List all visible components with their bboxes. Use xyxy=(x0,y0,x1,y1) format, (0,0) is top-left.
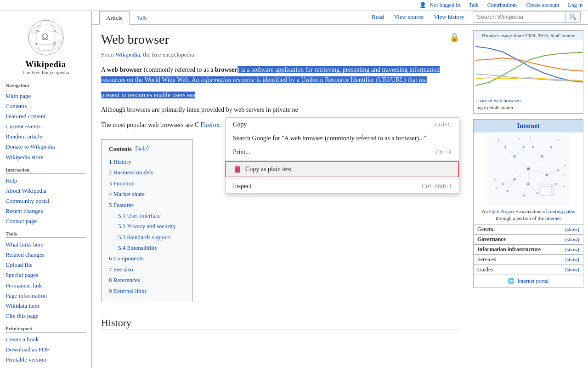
tab-read[interactable]: Read xyxy=(367,12,389,23)
toc-link-extensibility[interactable]: 5.4 Extensibility xyxy=(118,244,158,251)
logo-subtitle: The Free Encyclopedia xyxy=(6,69,86,75)
toc-link-ui[interactable]: 5.1 User interface xyxy=(118,212,161,219)
routing-link[interactable]: routing paths xyxy=(548,208,575,214)
svg-point-46 xyxy=(527,183,530,185)
toc-link-business[interactable]: 2 Business models xyxy=(109,169,153,176)
article-header: Web browser 🔒 xyxy=(101,32,459,51)
context-menu-print[interactable]: Print... Ctrl+P xyxy=(226,145,459,159)
talk-link[interactable]: Talk xyxy=(469,2,479,9)
log-in-link[interactable]: Log in xyxy=(568,2,582,9)
svg-point-44 xyxy=(546,174,548,176)
sidebar-item-recent-changes[interactable]: Recent changes xyxy=(6,206,86,216)
governance-show-link[interactable]: [show] xyxy=(565,236,579,242)
context-menu-search-google[interactable]: Search Google for "A web browser (common… xyxy=(226,132,459,145)
print-section-title: Print/export xyxy=(6,326,86,333)
info-infra-show-link[interactable]: [show] xyxy=(565,247,579,252)
sidebar-item-featured-content[interactable]: Featured content xyxy=(6,111,86,121)
services-show-link[interactable]: [show] xyxy=(565,257,579,262)
svg-text:и: и xyxy=(34,41,37,46)
para-2: Although browsers are primarily inten pr… xyxy=(101,105,459,115)
browser-bold: browser xyxy=(215,66,237,73)
toc-link-components[interactable]: 6 Components xyxy=(109,255,143,262)
sidebar-item-donate[interactable]: Donate to Wikipedia xyxy=(6,142,86,152)
wikipedia-link[interactable]: Wikipedia xyxy=(115,51,140,58)
toc-link-references[interactable]: 8 References xyxy=(109,276,140,283)
svg-point-55 xyxy=(523,195,525,196)
sidebar-item-printable[interactable]: Printable version xyxy=(6,355,86,365)
lock-icon: 🔒 xyxy=(449,32,459,42)
toc-link-external[interactable]: 9 External links xyxy=(109,288,147,294)
internet-portal-link[interactable]: 🌐 Internet portal xyxy=(474,275,583,288)
tab-article[interactable]: Article xyxy=(99,11,130,25)
svg-point-54 xyxy=(507,190,509,192)
sidebar-item-create-book[interactable]: Create a book xyxy=(6,334,86,345)
context-menu-copy[interactable]: Copy Ctrl+C xyxy=(226,118,459,132)
chart-caption: share of web browsers ing to StatCounter xyxy=(474,95,583,113)
context-menu-copy-plain-text[interactable]: Copy as plain text xyxy=(226,161,459,177)
list-item: 5.1 User interface xyxy=(118,210,185,221)
opte-link[interactable]: Opte Project xyxy=(489,208,514,214)
context-menu: Copy Ctrl+C Search Google for "A web bro… xyxy=(225,117,459,194)
svg-point-58 xyxy=(519,138,520,140)
sidebar-item-upload-file[interactable]: Upload file xyxy=(6,260,86,270)
toc-link-see-also[interactable]: 7 See also xyxy=(109,266,133,273)
guides-show-link[interactable]: [show] xyxy=(565,267,579,272)
chart-link[interactable]: share of web browsers xyxy=(476,98,522,103)
list-item: 5.2 Privacy and security xyxy=(118,221,185,231)
sidebar-item-page-info[interactable]: Page information xyxy=(6,291,86,301)
portal-globe-icon: 🌐 xyxy=(508,278,514,285)
toc-link-market[interactable]: 4 Market share xyxy=(109,190,145,197)
svg-point-65 xyxy=(496,188,497,190)
tab-talk[interactable]: Talk xyxy=(130,12,154,25)
sidebar-item-permanent-link[interactable]: Permanent link xyxy=(6,281,86,291)
tools-section-title: Tools xyxy=(6,231,86,238)
svg-rect-10 xyxy=(475,42,583,95)
sidebar-item-special-pages[interactable]: Special pages xyxy=(6,270,86,280)
internet-link[interactable]: Internet xyxy=(545,215,561,221)
svg-point-52 xyxy=(555,183,557,185)
firefox-link[interactable]: Firefox. xyxy=(201,121,221,128)
list-item: 5.3 Standards support xyxy=(118,232,185,242)
tab-view-source[interactable]: View source xyxy=(390,12,429,23)
svg-point-53 xyxy=(502,183,504,185)
sidebar-item-contents[interactable]: Contents xyxy=(6,101,86,111)
search-input[interactable] xyxy=(473,12,565,22)
sidebar-item-related-changes[interactable]: Related changes xyxy=(6,250,86,260)
sidebar-item-about[interactable]: About Wikipedia xyxy=(6,186,86,196)
sidebar-item-random-article[interactable]: Random article xyxy=(6,132,86,142)
sidebar-item-cite[interactable]: Cite this page xyxy=(6,311,86,321)
general-show-link[interactable]: [show] xyxy=(565,226,579,232)
sidebar-item-current-events[interactable]: Current events xyxy=(6,121,86,132)
web-browser-bold: web browser xyxy=(107,66,142,73)
create-account-link[interactable]: Create account xyxy=(526,2,560,9)
list-item: 9 External links xyxy=(109,286,185,296)
not-logged-in-link[interactable]: Not logged in xyxy=(430,2,460,9)
contents-hide[interactable]: [hide] xyxy=(136,145,149,152)
navigation-section-title: Navigation xyxy=(6,82,86,89)
svg-text:A: A xyxy=(53,29,57,33)
sidebar-item-wikidata[interactable]: Wikidata item xyxy=(6,301,86,311)
toc-link-features[interactable]: 5 Features xyxy=(109,201,134,208)
toc-link-privacy[interactable]: 5.2 Privacy and security xyxy=(118,223,176,230)
toc-link-history[interactable]: 1 History xyxy=(109,158,131,165)
network-image xyxy=(474,132,583,206)
context-menu-inspect[interactable]: Inspect Ctrl+Shift+I xyxy=(226,179,459,193)
svg-point-50 xyxy=(550,146,552,148)
sidebar-item-what-links[interactable]: What links here xyxy=(6,240,86,250)
contributions-link[interactable]: Contributions xyxy=(487,2,518,9)
svg-point-56 xyxy=(537,192,538,194)
search-button[interactable]: 🔍 xyxy=(565,12,580,22)
toc-link-function[interactable]: 3 Function xyxy=(109,180,135,187)
svg-point-51 xyxy=(557,169,559,171)
sidebar-item-help[interactable]: Help xyxy=(6,176,86,186)
sidebar-item-contact[interactable]: Contact page xyxy=(6,216,86,226)
sidebar-item-download-pdf[interactable]: Download as PDF xyxy=(6,345,86,355)
tab-view-history[interactable]: View history xyxy=(429,12,469,23)
sidebar-item-store[interactable]: Wikipedia store xyxy=(6,152,86,162)
toc-link-standards[interactable]: 5.3 Standards support xyxy=(118,234,170,241)
sidebar-item-community[interactable]: Community portal xyxy=(6,196,86,206)
chart-canvas xyxy=(474,40,583,95)
chart-box: Browser usage share 2009–2016, StatCount… xyxy=(473,30,583,114)
article-title: Web browser xyxy=(101,32,169,49)
sidebar-item-main-page[interactable]: Main page xyxy=(6,91,86,101)
